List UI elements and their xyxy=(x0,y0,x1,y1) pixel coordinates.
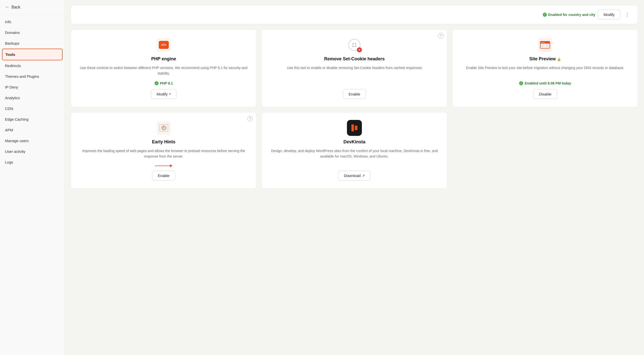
top-partial-card: ✓ Enabled for country and city Modify ⋮ xyxy=(71,5,638,24)
sidebar-item-backups[interactable]: Backups xyxy=(0,38,64,48)
cookie-help-icon[interactable]: ? xyxy=(438,33,444,38)
devkinsta-card: DevKinsta Design, develop, and deploy Wo… xyxy=(262,112,447,189)
sidebar-item-user-activity[interactable]: User activity xyxy=(0,146,64,157)
sidebar-item-logs[interactable]: Logs xyxy=(0,157,64,168)
cookie-x-icon: ✕ xyxy=(357,47,362,52)
sidebar-item-domains[interactable]: Domains xyxy=(0,27,64,38)
devkinsta-download-button[interactable]: Download ↗ xyxy=(338,171,370,180)
devkinsta-title: DevKinsta xyxy=(344,139,365,144)
early-hints-help-icon[interactable]: ? xyxy=(247,116,253,122)
site-preview-card: Site Preview 🔒 Enable Site Preview to te… xyxy=(452,29,638,107)
sidebar-item-edge-caching[interactable]: Edge Caching xyxy=(0,114,64,125)
back-button[interactable]: ← Back xyxy=(0,0,64,14)
php-engine-card: </> PHP engine Use these controls to swi… xyxy=(71,29,256,107)
cookie-title: Remove Set-Cookie headers xyxy=(324,56,384,62)
top-modify-button[interactable]: Modify xyxy=(598,10,620,20)
devkinsta-icon xyxy=(347,120,362,135)
sidebar-item-redirects[interactable]: Redirects xyxy=(0,60,64,71)
early-hints-title: Early Hints xyxy=(152,139,176,144)
site-preview-desc: Enable Site Preview to test your site be… xyxy=(466,65,624,76)
sidebar-nav: InfoDomainsBackupsToolsRedirectsThemes a… xyxy=(0,14,64,170)
cookie-icon: ✕ xyxy=(347,38,362,52)
enabled-text: Enabled for country and city xyxy=(548,13,596,17)
site-preview-icon xyxy=(538,38,552,52)
sidebar-item-tools[interactable]: Tools xyxy=(2,48,62,60)
cookie-enable-button[interactable]: Enable xyxy=(343,89,366,99)
sidebar-item-analytics[interactable]: Analytics xyxy=(0,92,64,103)
check-icon: ✓ xyxy=(543,13,547,17)
sidebar-item-ip-deny[interactable]: IP Deny xyxy=(0,82,64,92)
site-preview-check-icon: ✓ xyxy=(519,81,523,85)
remove-cookie-card: ? ✕ Remove Set-C xyxy=(262,29,447,107)
site-preview-title: Site Preview 🔒 xyxy=(529,56,561,62)
php-check-icon: ✓ xyxy=(154,81,158,85)
php-modify-button[interactable]: Modify ▾ xyxy=(151,89,176,99)
cookie-desc: Use this tool to enable or disable remov… xyxy=(287,65,422,84)
back-arrow-icon: ← xyxy=(5,4,10,10)
arrow-head-icon xyxy=(170,164,172,167)
arrow-line xyxy=(155,166,170,166)
early-hints-icon: ⏱ xyxy=(156,120,171,135)
enabled-badge: ✓ Enabled for country and city xyxy=(543,13,596,17)
lock-icon: 🔒 xyxy=(557,57,561,61)
external-link-icon: ↗ xyxy=(362,174,365,178)
early-hints-desc: Improves the loading speed of web pages … xyxy=(78,148,249,159)
php-status: ✓ PHP 8.1 xyxy=(154,81,173,85)
three-dots-menu-button[interactable]: ⋮ xyxy=(623,11,632,19)
sidebar-item-manage-users[interactable]: Manage users xyxy=(0,135,64,146)
devkinsta-desc: Design, develop, and deploy WordPress si… xyxy=(269,148,440,166)
early-hints-card: ? ⏱ Early Hints Improves the loading spe… xyxy=(71,112,256,189)
main-content: ✓ Enabled for country and city Modify ⋮ … xyxy=(65,0,644,355)
sidebar-item-apm[interactable]: APM xyxy=(0,125,64,135)
site-preview-status: ✓ Enabled until 6:08 PM today xyxy=(519,81,571,85)
php-engine-title: PHP engine xyxy=(151,56,176,62)
back-label: Back xyxy=(12,5,20,10)
sidebar-item-themes-plugins[interactable]: Themes and Plugins xyxy=(0,71,64,82)
sidebar: ← Back InfoDomainsBackupsToolsRedirectsT… xyxy=(0,0,65,355)
arrow-annotation xyxy=(155,164,172,167)
site-preview-disable-button[interactable]: Disable xyxy=(533,89,557,99)
early-hints-enable-button[interactable]: Enable xyxy=(152,171,175,180)
php-engine-icon: </> xyxy=(156,38,171,52)
tools-cards-grid: </> PHP engine Use these controls to swi… xyxy=(71,29,638,189)
sidebar-item-cdn[interactable]: CDN xyxy=(0,103,64,114)
chevron-down-icon: ▾ xyxy=(169,92,171,96)
php-engine-desc: Use these controls to switch between dif… xyxy=(78,65,249,76)
sidebar-item-info[interactable]: Info xyxy=(0,16,64,27)
